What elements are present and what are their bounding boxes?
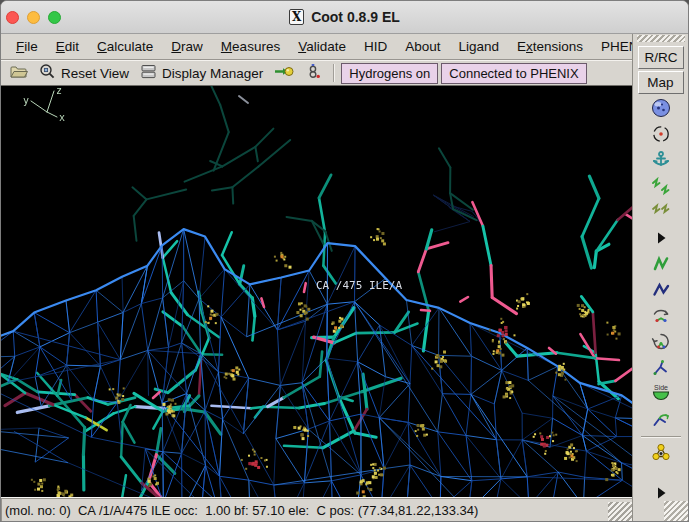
display-manager-label: Display Manager	[162, 66, 263, 81]
zoom-button[interactable]	[48, 11, 61, 24]
rigid-body-fit-icon[interactable]	[641, 277, 681, 303]
menu-draw[interactable]: Draw	[162, 36, 212, 57]
real-space-refine-icon[interactable]	[641, 173, 681, 199]
menu-calculate[interactable]: Calculate	[88, 36, 162, 57]
ligand-builder-button[interactable]	[301, 61, 326, 85]
window-title: Coot 0.8.9 EL	[311, 9, 400, 25]
title-wrap: X Coot 0.8.9 EL	[289, 9, 400, 25]
menu-measures[interactable]: Measures	[212, 36, 289, 57]
menubar: FileEditCalculateDrawMeasuresValidateHID…	[1, 34, 632, 60]
recentre-view-icon[interactable]	[641, 121, 681, 147]
auto-fit-rotamer-icon[interactable]	[641, 329, 681, 355]
toolbar-separator	[333, 64, 334, 82]
side-chain-flip-icon[interactable]: Side	[641, 381, 681, 407]
menu-hid[interactable]: HID	[355, 36, 396, 57]
reset-view-button[interactable]: Reset View	[35, 61, 133, 85]
expand-toolbar-arrow-icon[interactable]	[641, 225, 681, 251]
window-resize-grip[interactable]	[664, 501, 688, 522]
minimize-button[interactable]	[27, 11, 40, 24]
toolbar: Reset View Display Manager	[1, 60, 632, 86]
x11-logo-icon: X	[289, 9, 304, 25]
go-to-atom-button[interactable]	[270, 62, 298, 84]
statusbar-resize-grip[interactable]	[608, 502, 632, 522]
map-sphere-icon[interactable]	[641, 95, 681, 121]
display-manager-button[interactable]: Display Manager	[136, 61, 267, 85]
toolbar-drag-handle[interactable]	[637, 35, 685, 42]
molecular-viewport[interactable]	[1, 86, 632, 497]
menu-edit[interactable]: Edit	[47, 36, 88, 57]
titlebar: X Coot 0.8.9 EL	[1, 1, 688, 34]
reset-view-magnifier-icon	[39, 63, 56, 83]
anchor-reference-icon[interactable]	[641, 147, 681, 173]
tandem-refine-icon[interactable]	[641, 199, 681, 225]
display-manager-stack-icon	[140, 63, 157, 83]
reset-rc-button[interactable]: R/RC	[638, 46, 684, 69]
modelling-toolbar: R/RC Map	[632, 34, 688, 522]
side-label: Side	[653, 384, 667, 391]
sphere-refine-icon[interactable]	[641, 440, 681, 466]
map-button[interactable]: Map	[638, 71, 684, 94]
open-folder-icon	[10, 64, 28, 83]
viewport-container	[1, 86, 632, 497]
go-to-atom-icon	[274, 64, 294, 82]
menu-file[interactable]: File	[7, 36, 47, 57]
flip-peptide-icon[interactable]	[641, 407, 681, 433]
hydrogens-toggle[interactable]: Hydrogens on	[341, 63, 438, 84]
edit-chi-angles-icon[interactable]	[641, 355, 681, 381]
regularize-zone-icon[interactable]	[641, 251, 681, 277]
rotate-translate-icon[interactable]	[641, 303, 681, 329]
statusbar: (mol. no: 0) CA /1/A/475 ILE occ: 1.00 b…	[1, 497, 632, 522]
coot-window: X Coot 0.8.9 EL FileEditCalculateDrawMea…	[0, 0, 689, 522]
reset-view-label: Reset View	[61, 66, 129, 81]
menu-about[interactable]: About	[396, 36, 449, 57]
menu-extensions[interactable]: Extensions	[508, 36, 592, 57]
open-coordinates-button[interactable]	[6, 62, 32, 85]
ligand-builder-icon	[305, 63, 322, 83]
menu-ligand[interactable]: Ligand	[449, 36, 508, 57]
phenix-status-toggle[interactable]: Connected to PHENIX	[441, 63, 586, 84]
status-text: (mol. no: 0) CA /1/A/475 ILE occ: 1.00 b…	[5, 503, 478, 518]
traffic-lights	[6, 1, 61, 34]
sidebar-separator	[641, 436, 681, 437]
menu-validate[interactable]: Validate	[289, 36, 355, 57]
close-button[interactable]	[6, 11, 19, 24]
